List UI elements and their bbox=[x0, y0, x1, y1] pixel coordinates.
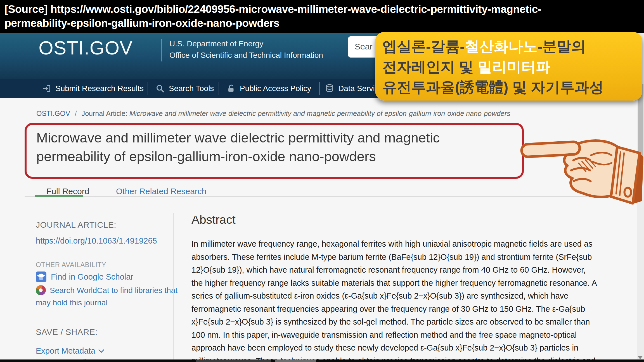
active-tab-underline bbox=[35, 195, 83, 197]
other-availability-label: OTHER AVAILABILITY bbox=[36, 261, 106, 269]
breadcrumb-separator: / bbox=[72, 109, 80, 117]
tab-full-record[interactable]: Full Record bbox=[46, 187, 89, 196]
note-line-2: 전자레인지 및 밀리미터파 bbox=[382, 57, 642, 77]
breadcrumb: OSTI.GOV / Journal Article: Microwave an… bbox=[36, 109, 510, 118]
osti-article-page: [Source] https://www.osti.gov/biblio/224… bbox=[0, 0, 644, 362]
page-title: Microwave and millimeter wave dielectric… bbox=[36, 128, 500, 166]
note-text: -분말의 bbox=[538, 38, 586, 54]
chevron-down-icon bbox=[98, 347, 104, 353]
export-metadata-link[interactable]: Export Metadata bbox=[36, 346, 95, 355]
nav-item-data-services[interactable]: Data Servi bbox=[325, 79, 375, 98]
breadcrumb-article-title: Microwave and millimeter wave dielectric… bbox=[129, 109, 510, 117]
bottom-edge-bar bbox=[0, 359, 644, 362]
note-line-3: 유전투과율(誘電體) 및 자기투과성 bbox=[382, 77, 642, 97]
source-url-line1: [Source] https://www.osti.gov/biblio/224… bbox=[4, 2, 644, 16]
google-scholar-link[interactable]: Find in Google Scholar bbox=[51, 272, 133, 281]
google-scholar-row[interactable]: Find in Google Scholar bbox=[36, 272, 133, 282]
nav-label: Data Servi bbox=[338, 84, 375, 93]
note-line-1: 엡실론-갈륨-철산화나노-분말의 bbox=[382, 36, 642, 57]
source-url-bar: [Source] https://www.osti.gov/biblio/224… bbox=[0, 0, 644, 33]
korean-annotation-note: 엡실론-갈륨-철산화나노-분말의 전자레인지 및 밀리미터파 유전투과율(誘電體… bbox=[375, 32, 642, 101]
osti-logo[interactable]: OSTI.GOV bbox=[39, 37, 133, 59]
agency-text: U.S. Department of Energy Office of Scie… bbox=[169, 38, 323, 61]
content-divider bbox=[173, 213, 174, 362]
breadcrumb-home-link[interactable]: OSTI.GOV bbox=[36, 109, 70, 117]
search-input-text: Sear bbox=[355, 42, 372, 51]
save-share-label: SAVE / SHARE: bbox=[36, 327, 98, 337]
sign-in-icon bbox=[42, 84, 51, 93]
doi-link[interactable]: https://doi.org/10.1063/1.4919265 bbox=[36, 236, 157, 246]
breadcrumb-type: Journal Article: bbox=[82, 109, 127, 117]
pointing-hand-illustration bbox=[519, 128, 644, 208]
unlock-icon bbox=[226, 84, 236, 93]
note-text: 유전투과율(誘電體) 및 자기투과성 bbox=[382, 79, 604, 95]
nav-item-search-tools[interactable]: Search Tools bbox=[155, 79, 214, 98]
bottom-edge-segment bbox=[196, 359, 271, 362]
search-icon bbox=[155, 84, 165, 93]
journal-article-label: JOURNAL ARTICLE: bbox=[36, 220, 116, 230]
nav-separator bbox=[219, 82, 219, 95]
nav-item-submit-research-results[interactable]: Submit Research Results bbox=[42, 79, 144, 98]
agency-line1: U.S. Department of Energy bbox=[169, 38, 323, 49]
nav-label: Public Access Policy bbox=[240, 84, 311, 93]
abstract-heading: Abstract bbox=[191, 213, 236, 227]
scrollbar-down-arrow[interactable] bbox=[638, 356, 643, 359]
note-text: 전자레인지 및 bbox=[382, 59, 478, 75]
export-metadata-row[interactable]: Export Metadata bbox=[36, 346, 103, 356]
nav-separator bbox=[148, 82, 148, 95]
worldcat-row[interactable]: Search WorldCat to find libraries that m… bbox=[36, 284, 179, 309]
note-text-highlight: 철산화나노 bbox=[465, 38, 538, 54]
tabs-divider bbox=[25, 196, 598, 197]
database-icon bbox=[325, 84, 334, 93]
agency-line2: Office of Scientific and Technical Infor… bbox=[169, 49, 323, 61]
nav-item-public-access-policy[interactable]: Public Access Policy bbox=[226, 79, 311, 98]
note-text: 엡실론-갈륨- bbox=[382, 38, 465, 54]
bottom-edge-segment bbox=[275, 359, 316, 362]
tab-other-related-research[interactable]: Other Related Research bbox=[116, 187, 207, 196]
worldcat-link[interactable]: Search WorldCat to find libraries that m… bbox=[36, 286, 177, 307]
source-url-line2: permeability-epsilon-gallium-iron-oxide-… bbox=[4, 16, 644, 30]
google-scholar-icon bbox=[36, 272, 46, 282]
header-divider bbox=[161, 39, 162, 61]
abstract-text: In millimeter wave frequency range, hexa… bbox=[191, 237, 597, 362]
nav-label: Search Tools bbox=[169, 84, 214, 93]
worldcat-icon bbox=[36, 285, 46, 295]
nav-separator bbox=[319, 82, 320, 95]
nav-label: Submit Research Results bbox=[55, 84, 144, 93]
note-text-highlight: 밀리미터파 bbox=[478, 59, 550, 75]
